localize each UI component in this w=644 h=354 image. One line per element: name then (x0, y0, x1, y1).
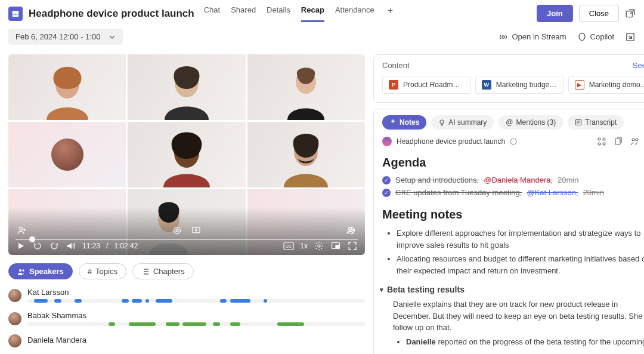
expand-icon[interactable] (625, 32, 636, 42)
note-bullet: Allocating resources and budget to diffe… (397, 253, 644, 276)
share-people-icon[interactable] (630, 137, 640, 146)
svg-point-15 (174, 227, 181, 234)
date-label: Feb 6, 2024 12:00 - 1:00 (16, 32, 100, 41)
svg-point-20 (349, 227, 352, 230)
tab-shared[interactable]: Shared (231, 5, 256, 22)
meeting-notes-heading: Meeting notes (382, 208, 644, 221)
mention[interactable]: @Daniela Mandera, (484, 176, 553, 184)
sub-heading[interactable]: ▾Beta testing results (380, 284, 644, 296)
avatar (8, 289, 21, 302)
avatar (8, 334, 21, 347)
content-item[interactable]: PProduct Roadmap... (382, 76, 470, 94)
speaker-name: Babak Shammas (27, 311, 365, 320)
content-item-label: Product Roadmap... (403, 81, 464, 89)
copy-icon[interactable] (614, 137, 623, 146)
add-tab-button[interactable]: + (385, 5, 395, 22)
svg-point-23 (318, 245, 320, 247)
info-icon[interactable] (510, 138, 517, 145)
participant-tile[interactable] (8, 54, 126, 120)
speaker-row[interactable]: Daniela Mandera (8, 334, 365, 347)
participant-tile[interactable] (128, 122, 245, 187)
popout-icon[interactable] (625, 8, 636, 19)
content-label: Content (382, 61, 410, 70)
check-icon: ✓ (382, 189, 391, 197)
transcript-icon (575, 119, 582, 126)
content-item[interactable]: ▶Marketing demo... (568, 76, 644, 94)
people-add-icon[interactable] (16, 224, 29, 237)
svg-point-33 (598, 143, 600, 145)
filter-chapters[interactable]: Chapters (132, 263, 194, 279)
fullscreen-icon[interactable] (347, 241, 358, 251)
mentions-tab[interactable]: @ Mentions (3) (499, 115, 563, 130)
speaker-timeline[interactable] (27, 299, 365, 303)
tab-details[interactable]: Details (267, 5, 290, 22)
svg-rect-25 (336, 245, 339, 248)
check-icon: ✓ (382, 176, 391, 184)
tab-chat[interactable]: Chat (204, 5, 220, 22)
people-add-icon[interactable] (345, 224, 358, 237)
captions-icon[interactable]: CC (283, 241, 294, 251)
svg-point-30 (510, 138, 516, 144)
volume-icon[interactable] (66, 241, 76, 251)
agenda-item[interactable]: ✓CXE updates from Tuesday meeting, @Kat … (382, 188, 644, 197)
svg-point-28 (440, 120, 444, 124)
bulb-icon (438, 119, 445, 126)
content-panel: Content See all PProduct Roadmap...WMark… (373, 54, 644, 103)
chevron-down-icon (109, 33, 116, 41)
svg-point-27 (22, 269, 24, 271)
see-all-link[interactable]: See all (633, 61, 644, 70)
time-total: 1:02:42 (114, 242, 138, 250)
svg-point-14 (20, 227, 23, 230)
meeting-title: Headphone device product launch (29, 8, 194, 20)
loop-icon (382, 137, 392, 146)
list-icon (141, 267, 150, 276)
copilot-button[interactable]: Copilot (577, 32, 614, 42)
participant-tile[interactable] (247, 54, 365, 120)
svg-rect-5 (626, 11, 632, 17)
grid-icon[interactable] (597, 137, 606, 146)
hash-icon: # (88, 267, 92, 276)
svg-text:CC: CC (286, 244, 292, 248)
svg-rect-4 (17, 14, 18, 15)
svg-point-36 (632, 138, 634, 141)
forward-10-icon[interactable] (49, 241, 60, 251)
speaker-timeline[interactable] (27, 322, 365, 326)
vd-file-icon: ▶ (575, 80, 584, 90)
tab-attendance[interactable]: Attendance (335, 5, 374, 22)
join-button[interactable]: Join (537, 5, 573, 22)
svg-point-31 (598, 138, 600, 140)
speaker-row[interactable]: Kat Larsson (8, 288, 365, 303)
speaker-name: Daniela Mandera (27, 335, 365, 344)
video-grid: 11:23 / 1:02:42 CC 1x (8, 54, 365, 255)
filter-speakers[interactable]: Speakers (8, 263, 73, 279)
participant-tile[interactable] (8, 122, 126, 187)
participant-tile[interactable] (128, 54, 245, 120)
screen-share-icon[interactable] (190, 224, 203, 237)
open-in-stream-button[interactable]: Open in Stream (499, 32, 566, 42)
participant-tile[interactable] (247, 122, 365, 187)
mention[interactable]: @Kat Larsson, (527, 188, 578, 197)
notes-tab[interactable]: Notes (382, 115, 426, 130)
transcript-tab[interactable]: Transcript (568, 115, 624, 130)
date-picker[interactable]: Feb 6, 2024 12:00 - 1:00 (8, 29, 123, 45)
pip-icon[interactable] (330, 241, 341, 251)
playback-speed[interactable]: 1x (300, 242, 308, 250)
ai-summary-tab[interactable]: AI summary (431, 115, 494, 130)
tab-recap[interactable]: Recap (301, 5, 324, 22)
content-item[interactable]: WMarketing budget... (475, 76, 564, 94)
svg-point-16 (176, 229, 178, 232)
speaker-row[interactable]: Babak Shammas (8, 311, 365, 326)
avatar (8, 312, 21, 325)
notes-doc-title: Headphone device product launch (397, 137, 505, 146)
mention-icon[interactable] (171, 224, 184, 237)
svg-point-34 (603, 143, 605, 145)
rewind-10-icon[interactable] (32, 241, 43, 251)
note-bullet: Explore different approaches for impleme… (397, 227, 644, 251)
filter-topics[interactable]: # Topics (79, 263, 126, 279)
settings-icon[interactable] (314, 241, 324, 251)
agenda-item[interactable]: ✓Setup and introductions, @Daniela Mande… (382, 176, 644, 184)
close-button[interactable]: Close (579, 5, 619, 22)
stream-icon (499, 32, 508, 42)
play-button[interactable] (16, 241, 26, 251)
svg-point-26 (19, 269, 21, 272)
